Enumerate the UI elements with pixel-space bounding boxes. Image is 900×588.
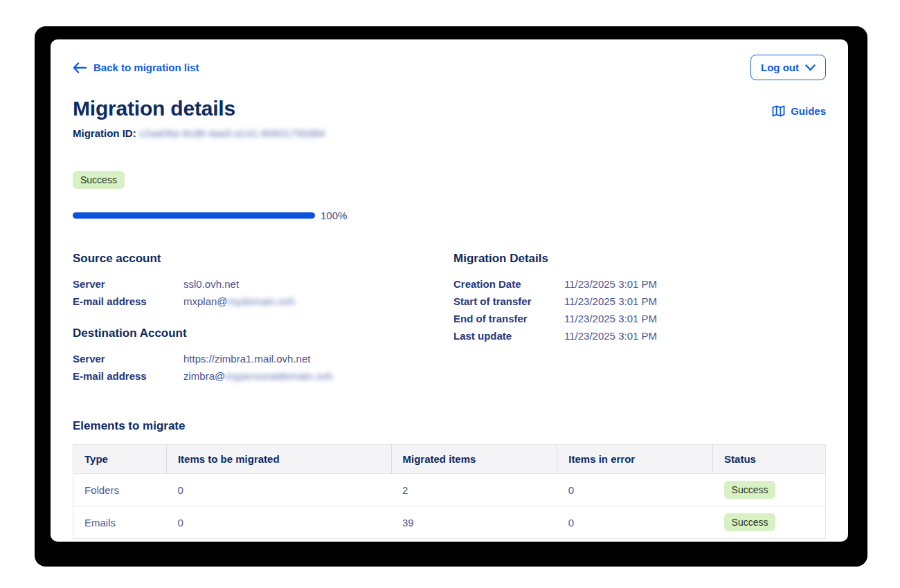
guides-book-icon	[772, 105, 785, 117]
destination-email-row: E-mail address zimbra@mypersonaldomain.o…	[73, 367, 453, 385]
migration-details-column: Migration Details Creation Date 11/23/20…	[453, 252, 826, 385]
folders-to-migrate-cell: 0	[166, 474, 391, 506]
emails-to-migrate-cell: 0	[166, 506, 391, 539]
emails-migrated-cell: 39	[391, 506, 557, 539]
topbar: Back to migration list Log out	[73, 55, 826, 80]
folders-status-cell: Success	[713, 474, 826, 506]
source-server-value: ssl0.ovh.net	[183, 275, 239, 293]
emails-type-cell: Emails	[73, 506, 167, 539]
elements-to-migrate-section: Elements to migrate Type Items to be mig…	[73, 419, 826, 539]
last-update-label: Last update	[453, 327, 564, 344]
title-row: Migration details Guides	[73, 97, 826, 120]
arrow-left-icon	[73, 62, 87, 73]
migration-details-card: Back to migration list Log out Migration…	[51, 39, 848, 542]
accounts-column: Source account Server ssl0.ovh.net E-mai…	[73, 252, 453, 385]
account-sections: Source account Server ssl0.ovh.net E-mai…	[73, 252, 826, 385]
source-server-label: Server	[73, 275, 183, 293]
emails-in-error-cell: 0	[557, 506, 713, 539]
table-header-row: Type Items to be migrated Migrated items…	[73, 445, 826, 474]
logout-button[interactable]: Log out	[750, 55, 826, 80]
app-frame: Back to migration list Log out Migration…	[35, 26, 867, 567]
elements-table: Type Items to be migrated Migrated items…	[73, 444, 826, 539]
source-account-heading: Source account	[73, 252, 453, 266]
start-of-transfer-label: Start of transfer	[453, 293, 564, 310]
table-row-folders: Folders 0 2 0 Success	[73, 474, 826, 506]
start-of-transfer-value: 11/23/2025 3:01 PM	[564, 293, 657, 310]
end-of-transfer-label: End of transfer	[453, 310, 564, 327]
end-of-transfer-value: 11/23/2025 3:01 PM	[564, 310, 657, 327]
source-email-value: mxplan@mydomain.ovh	[183, 293, 295, 310]
progress-percentage: 100%	[321, 210, 347, 221]
end-of-transfer-row: End of transfer 11/23/2025 3:01 PM	[453, 310, 826, 327]
col-header-status: Status	[713, 445, 826, 474]
source-server-row: Server ssl0.ovh.net	[73, 275, 453, 293]
migration-id-label: Migration ID:	[73, 127, 136, 139]
source-email-label: E-mail address	[73, 293, 183, 310]
col-header-items-to-be-migrated: Items to be migrated	[166, 445, 391, 474]
destination-account-heading: Destination Account	[73, 327, 453, 340]
last-update-value: 11/23/2025 3:01 PM	[564, 327, 657, 344]
folders-type-cell: Folders	[73, 474, 167, 506]
destination-email-value: zimbra@mypersonaldomain.ovh	[183, 367, 332, 385]
creation-date-row: Creation Date 11/23/2025 3:01 PM	[453, 275, 826, 293]
back-to-migration-list-link[interactable]: Back to migration list	[73, 62, 199, 73]
back-link-label: Back to migration list	[93, 62, 199, 73]
col-header-migrated-items: Migrated items	[391, 445, 557, 474]
elements-to-migrate-heading: Elements to migrate	[73, 419, 826, 433]
migration-id-line: Migration ID: c2aa06a-9cd8-4aa5-a141-806…	[73, 127, 826, 139]
start-of-transfer-row: Start of transfer 11/23/2025 3:01 PM	[453, 293, 826, 310]
creation-date-value: 11/23/2025 3:01 PM	[564, 275, 657, 293]
destination-server-label: Server	[73, 350, 183, 367]
last-update-row: Last update 11/23/2025 3:01 PM	[453, 327, 826, 344]
table-row-emails: Emails 0 39 0 Success	[73, 506, 826, 539]
emails-status-cell: Success	[713, 506, 826, 539]
emails-status-badge: Success	[724, 513, 776, 531]
status-block: Success 100%	[73, 171, 826, 221]
source-email-row: E-mail address mxplan@mydomain.ovh	[73, 293, 453, 310]
logout-label: Log out	[761, 62, 799, 73]
progress-bar	[73, 212, 315, 219]
guides-link[interactable]: Guides	[772, 105, 826, 120]
creation-date-label: Creation Date	[453, 275, 564, 293]
migration-id-redacted: c2aa06a-9cd8-4aa5-a141-80601750d84	[139, 127, 325, 139]
destination-server-value: https://zimbra1.mail.ovh.net	[183, 350, 310, 367]
folders-in-error-cell: 0	[557, 474, 713, 506]
destination-server-row: Server https://zimbra1.mail.ovh.net	[73, 350, 453, 367]
destination-email-label: E-mail address	[73, 367, 183, 385]
migration-details-heading: Migration Details	[453, 252, 826, 266]
source-email-redacted-domain: mydomain.ovh	[228, 295, 296, 307]
folders-migrated-cell: 2	[391, 474, 557, 506]
guides-label: Guides	[791, 105, 826, 117]
progress-row: 100%	[73, 210, 826, 221]
page-title: Migration details	[73, 97, 235, 120]
chevron-down-icon	[805, 64, 816, 71]
col-header-type: Type	[73, 445, 167, 474]
col-header-items-in-error: Items in error	[557, 445, 713, 474]
folders-status-badge: Success	[724, 481, 776, 499]
destination-email-redacted-domain: mypersonaldomain.ovh	[225, 370, 332, 382]
status-badge: Success	[73, 171, 125, 189]
